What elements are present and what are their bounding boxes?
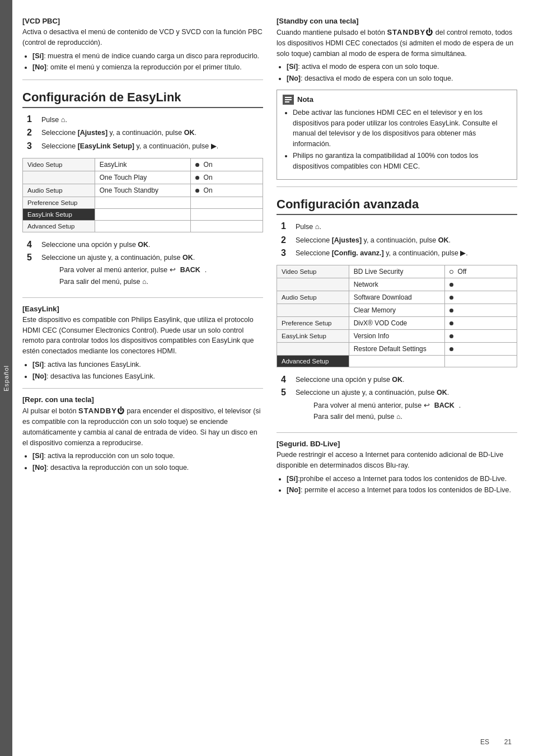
vcd-pbc-section: [VCD PBC] Activa o desactiva el menú de …	[22, 17, 263, 73]
divider	[277, 186, 517, 187]
list-item: Para salir del menú, pulse ⌂.	[59, 277, 263, 287]
table-row: Video Setup BD Live Security Off	[277, 265, 517, 278]
easylink-body: Este dispositivo es compatible con Phili…	[22, 315, 263, 357]
side-tab-label: Español	[3, 365, 10, 391]
left-column: [VCD PBC] Activa o desactiva el menú de …	[22, 11, 263, 745]
table-row: EasyLink Setup Version Info	[277, 330, 517, 343]
step-5: 5 Seleccione un ajuste y, a continuación…	[27, 252, 263, 291]
divider	[22, 80, 263, 80]
divider	[277, 432, 517, 433]
table-row: Audio Setup Software Download	[277, 291, 517, 304]
list-item: [No]: desactiva la reproducción con un s…	[32, 463, 263, 473]
svg-rect-1	[285, 99, 292, 100]
segurid-section: [Segurid. BD-Live] Puede restringir el a…	[277, 440, 517, 496]
home-icon: ⌂	[315, 221, 320, 233]
list-item: [No]: permite el acceso a Internet para …	[287, 485, 517, 496]
repr-heading: [Repr. con una tecla]	[22, 395, 263, 404]
note-label: Nota	[297, 95, 313, 104]
page-number: 21	[504, 738, 512, 746]
easylink-heading: [EasyLink]	[22, 305, 263, 313]
vcd-pbc-body: Activa o desactiva el menú de contenido …	[22, 27, 263, 48]
right-column: [Standby con una tecla] Cuando mantiene …	[277, 11, 517, 745]
repr-una-tecla-section: [Repr. con una tecla] Al pulsar el botón…	[22, 395, 263, 473]
list-item: [No]: desactiva las funciones EasyLink.	[32, 371, 263, 382]
step-2: 2 Seleccione [Ajustes] y, a continuación…	[281, 235, 517, 246]
easylink-desc-section: [EasyLink] Este dispositivo es compatibl…	[22, 305, 263, 382]
list-item: Debe activar las funciones HDMI CEC en e…	[293, 108, 511, 150]
list-item: Para salir del menú, pulse ⌂.	[313, 412, 517, 422]
divider	[22, 388, 263, 389]
standby-section: [Standby con una tecla] Cuando mantiene …	[277, 17, 517, 84]
segurid-list: [Sí]:prohíbe el acceso a Internet para t…	[287, 474, 517, 496]
easylink-title: Configuración de EasyLink	[22, 90, 263, 108]
segurid-heading: [Segurid. BD-Live]	[277, 440, 517, 448]
note-box: Nota Debe activar las funciones HDMI CEC…	[277, 90, 517, 180]
step-3: 3 Seleccione [EasyLink Setup] y, a conti…	[27, 141, 263, 152]
vcd-pbc-heading: [VCD PBC]	[22, 17, 263, 25]
sub-steps: Para volver al menú anterior, pulse ↩ BA…	[307, 400, 517, 423]
note-header: Nota	[283, 95, 511, 105]
table-row: Video Setup EasyLink On	[23, 158, 263, 171]
segurid-body: Puede restringir el acceso a Internet pa…	[277, 450, 517, 471]
step-1: 1 Pulse ⌂.	[27, 114, 263, 126]
table-row: Audio Setup One Touch Standby On	[23, 184, 263, 197]
advanced-title: Configuración avanzada	[277, 197, 517, 215]
list-item: [Sí]: activa el modo de espera con un so…	[287, 62, 517, 72]
list-item: Para volver al menú anterior, pulse ↩ BA…	[313, 400, 517, 411]
main-content: [VCD PBC] Activa o desactiva el menú de …	[12, 0, 534, 756]
repr-body: Al pulsar el botón STANDBY⏻ para encende…	[22, 405, 263, 448]
page-wrapper: Español [VCD PBC] Activa o desactiva el …	[0, 0, 534, 756]
table-row: Restore Default Settings	[277, 343, 517, 356]
svg-rect-2	[285, 101, 289, 102]
table-row: Clear Memory	[277, 304, 517, 317]
list-item: Para volver al menú anterior, pulse ↩ BA…	[59, 265, 263, 276]
easylink-section: Configuración de EasyLink 1 Pulse ⌂. 2 S…	[22, 90, 263, 291]
list-item: [No]: desactiva el modo de espera con un…	[287, 73, 517, 84]
home-icon: ⌂	[61, 114, 65, 126]
table-row: Network	[277, 278, 517, 291]
step-2: 2 Seleccione [Ajustes] y, a continuación…	[27, 127, 263, 139]
list-item: [Sí]: activa la reproducción con un solo…	[32, 451, 263, 461]
step-4: 4 Seleccione una opción y pulse OK.	[27, 239, 263, 251]
note-list: Debe activar las funciones HDMI CEC en e…	[293, 108, 511, 172]
table-row: Advanced Setup	[23, 220, 263, 232]
list-item: Philips no garantiza la compatibilidad a…	[293, 151, 511, 172]
standby-heading: [Standby con una tecla]	[277, 17, 517, 25]
step-1: 1 Pulse ⌂.	[281, 221, 517, 233]
advanced-section: Configuración avanzada 1 Pulse ⌂. 2 Sele…	[277, 197, 517, 426]
table-row: Preference Setup	[23, 197, 263, 208]
table-row: One Touch Play On	[23, 171, 263, 184]
vcd-pbc-list: [Sí]: muestra el menú de índice cuando c…	[32, 51, 263, 73]
list-item: [No]: omite el menú y comienza la reprod…	[32, 62, 263, 73]
list-item: [Sí]: activa las funciones EasyLink.	[32, 360, 263, 370]
table-row-highlighted: Advanced Setup	[277, 356, 517, 367]
easylink-menu-table: Video Setup EasyLink On One Touch Play O…	[22, 158, 263, 232]
repr-list: [Sí]: activa la reproducción con un solo…	[32, 451, 263, 473]
easylink-steps2: 4 Seleccione una opción y pulse OK. 5 Se…	[27, 239, 263, 291]
step-5: 5 Seleccione un ajuste y, a continuación…	[281, 387, 517, 426]
note-icon	[283, 95, 294, 105]
divider	[22, 297, 263, 298]
advanced-steps2: 4 Seleccione una opción y pulse OK. 5 Se…	[281, 374, 517, 426]
sub-steps: Para volver al menú anterior, pulse ↩ BA…	[53, 265, 263, 287]
list-item: [Sí]:prohíbe el acceso a Internet para t…	[287, 474, 517, 484]
side-tab: Español	[0, 0, 12, 756]
svg-rect-0	[285, 97, 292, 98]
table-row-highlighted: EasyLink Setup	[23, 208, 263, 220]
standby-list: [Sí]: activa el modo de espera con un so…	[287, 62, 517, 84]
step-4: 4 Seleccione una opción y pulse OK.	[281, 374, 517, 386]
easylink-steps: 1 Pulse ⌂. 2 Seleccione [Ajustes] y, a c…	[27, 114, 263, 152]
es-label: ES	[480, 738, 489, 746]
standby-body: Cuando mantiene pulsado el botón STANDBY…	[277, 27, 517, 59]
standby-label: STANDBY⏻	[78, 407, 125, 415]
step-3: 3 Seleccione [Config. avanz.] y, a conti…	[281, 248, 517, 259]
easylink-list: [Sí]: activa las funciones EasyLink. [No…	[32, 360, 263, 382]
list-item: [Sí]: muestra el menú de índice cuando c…	[32, 51, 263, 62]
note-svg-icon	[284, 96, 292, 104]
advanced-menu-table: Video Setup BD Live Security Off Network…	[277, 265, 517, 367]
table-row: Preference Setup DivX® VOD Code	[277, 317, 517, 330]
advanced-steps: 1 Pulse ⌂. 2 Seleccione [Ajustes] y, a c…	[281, 221, 517, 259]
